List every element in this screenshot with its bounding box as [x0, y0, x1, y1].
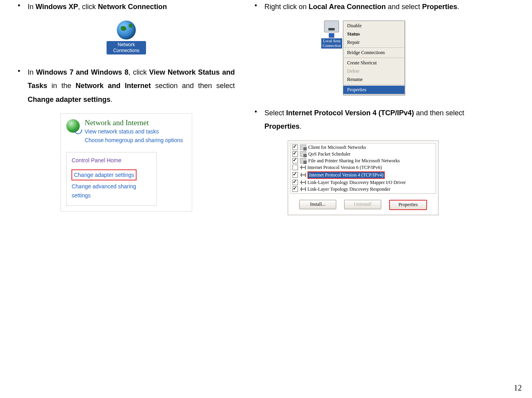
figure-network-and-internet-panel: Network and Internet View network status…	[18, 113, 235, 212]
network-globe-icon	[66, 119, 80, 133]
os-name: Windows 7 and Windows 8	[36, 68, 128, 76]
item-name: Local Area Connection	[309, 3, 386, 11]
checkbox-icon	[292, 165, 298, 170]
checkbox-icon	[292, 180, 298, 185]
bullet-text: Select Internet Protocol Version 4 (TCP/…	[264, 106, 472, 133]
action-name: Properties	[264, 122, 300, 130]
checkbox-icon	[292, 158, 298, 163]
bullet-marker: •	[18, 0, 28, 13]
cable-icon	[329, 33, 334, 37]
caption-line: Local Area	[323, 39, 340, 43]
icon-caption: Network Connections	[107, 41, 146, 54]
bullet-marker: •	[255, 0, 264, 13]
list-item: Client for Microsoft Networks	[290, 144, 436, 151]
networking-items-panel: Client for Microsoft Networks QoS Packet…	[288, 141, 438, 215]
text: and select	[386, 3, 422, 11]
item-label: Link-Layer Topology Discovery Responder	[307, 186, 390, 192]
bullet-xp: • In Windows XP, click Network Connectio…	[18, 0, 235, 13]
text: In	[28, 68, 36, 76]
change-adapter-settings: Change adapter settings	[71, 169, 137, 180]
monitor-icon	[324, 21, 339, 32]
checkbox-icon	[292, 145, 298, 150]
button-row: Install... Uninstall Properties	[288, 196, 438, 215]
bullet-text: In Windows 7 and Windows 8, click View N…	[28, 66, 235, 106]
document-page: • In Windows XP, click Network Connectio…	[0, 0, 532, 226]
bullet-ipv4: • Select Internet Protocol Version 4 (TC…	[255, 106, 472, 133]
os-name: Windows XP	[36, 3, 78, 11]
control-panel-home-link: Control Panel Home	[71, 156, 156, 165]
context-menu: Disable Status Repair Bridge Connections…	[343, 21, 405, 95]
menu-item-disable: Disable	[343, 22, 405, 30]
action-name: Change adapter settings	[28, 96, 111, 103]
figure-networking-items: Client for Microsoft Networks QoS Packet…	[255, 141, 472, 215]
lac-desktop-icon: Local Area Connection	[321, 21, 342, 49]
menu-item-delete: Delete	[343, 67, 405, 75]
text: .	[457, 3, 459, 11]
figure-lac-context-menu: Local Area Connection Disable Status Rep…	[255, 21, 472, 95]
panel-sidebar: Control Panel Home Change adapter settin…	[66, 152, 157, 206]
bullet-lac: • Right click on Local Area Connection a…	[255, 0, 472, 13]
text: in the	[47, 82, 76, 90]
caption-line: Connections	[113, 48, 140, 53]
action-name: Properties	[422, 3, 457, 11]
list-item: QoS Packet Scheduler	[290, 151, 436, 158]
text: , click	[128, 68, 149, 76]
text: .	[300, 122, 302, 130]
item-label: Link-Layer Topology Discovery Mapper I/O…	[307, 180, 406, 186]
item-label: Internet Protocol Version 4 (TCP/IPv4)	[307, 171, 385, 179]
icon-caption: Local Area Connection	[321, 38, 342, 49]
text: , click	[78, 3, 98, 11]
protocol-icon	[300, 187, 305, 191]
properties-button: Properties	[389, 200, 427, 210]
menu-item-rename: Rename	[343, 75, 405, 84]
caption-line: Network	[118, 42, 135, 47]
action-name: Network Connection	[98, 3, 167, 11]
list-item: Internet Protocol Version 6 (TCP/IPv6)	[290, 164, 436, 171]
network-connections-desktop-icon: Network Connections	[107, 21, 146, 54]
bullet-marker: •	[255, 106, 264, 133]
menu-item-status: Status	[343, 30, 405, 38]
globe-icon	[117, 21, 136, 39]
section-name: Network and Internet	[75, 82, 151, 90]
protocol-icon	[300, 180, 305, 184]
text: In	[28, 3, 36, 11]
bullet-win7-8: • In Windows 7 and Windows 8, click View…	[18, 66, 235, 106]
list-item-selected: Internet Protocol Version 4 (TCP/IPv4)	[290, 171, 436, 179]
sidebar-link-highlighted: Change adapter settings	[71, 169, 156, 182]
figure-network-connections-icon: Network Connections	[18, 21, 235, 54]
networking-items-list: Client for Microsoft Networks QoS Packet…	[290, 143, 436, 194]
menu-item-bridge: Bridge Connections	[343, 49, 405, 57]
bullet-marker: •	[18, 66, 28, 106]
caption-line: Connection	[322, 43, 341, 48]
panel-link: View network status and tasks	[84, 127, 183, 136]
sidebar-link: settings	[71, 191, 156, 200]
panel-header-row: Network and Internet View network status…	[66, 118, 183, 145]
bullet-text: Right click on Local Area Connection and…	[264, 0, 459, 13]
checkbox-icon	[292, 172, 298, 178]
text: Right click on	[264, 3, 309, 11]
text: .	[111, 96, 112, 103]
page-number: 12	[514, 383, 522, 392]
panel-title: Network and Internet	[84, 118, 183, 127]
menu-item-shortcut: Create Shortcut	[343, 59, 405, 67]
network-internet-panel: Network and Internet View network status…	[60, 113, 192, 212]
panel-link: Choose homegroup and sharing options	[84, 136, 183, 145]
item-label: File and Printer Sharing for Microsoft N…	[308, 158, 400, 164]
right-column: • Right click on Local Area Connection a…	[245, 0, 481, 226]
protocol-icon	[300, 165, 305, 169]
menu-item-repair: Repair	[343, 38, 405, 47]
sidebar-link: Change advanced sharing	[71, 182, 156, 191]
item-label: Internet Protocol Version 6 (TCP/IPv6)	[307, 165, 382, 171]
service-icon	[300, 158, 306, 163]
item-name: Internet Protocol Version 4 (TCP/IPv4)	[286, 109, 414, 117]
bullet-text: In Windows XP, click Network Connection	[28, 0, 167, 13]
item-label: Client for Microsoft Networks	[308, 145, 366, 150]
list-item: Link-Layer Topology Discovery Mapper I/O…	[290, 179, 436, 186]
item-label: QoS Packet Scheduler	[308, 151, 350, 157]
checkbox-icon	[292, 186, 298, 192]
text: section and then select	[151, 82, 235, 90]
uninstall-button: Uninstall	[344, 200, 381, 209]
checkbox-icon	[292, 151, 298, 157]
service-icon	[300, 145, 306, 150]
service-icon	[300, 151, 306, 157]
